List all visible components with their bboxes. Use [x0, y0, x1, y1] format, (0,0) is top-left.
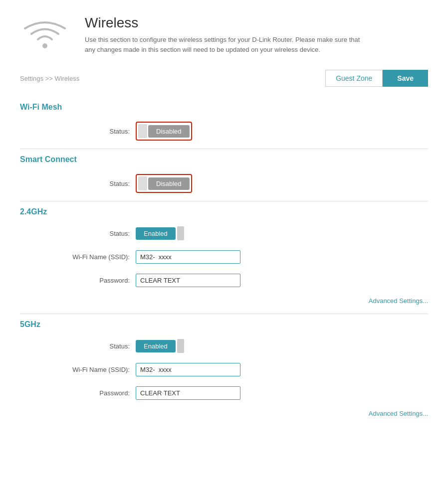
breadcrumb-bar: Settings >> Wireless Guest Zone Save [0, 65, 448, 92]
ghz24-status-button[interactable]: Enabled [136, 227, 176, 240]
smart-connect-toggle-container[interactable]: Disabled [136, 174, 192, 193]
ghz24-toggle-track [177, 226, 184, 240]
ghz5-advanced-link[interactable]: Advanced Settings... [369, 410, 428, 417]
header-text: Wireless Use this section to configure t… [85, 15, 364, 54]
ghz5-password-input[interactable] [136, 386, 240, 400]
ghz24-advanced-row: Advanced Settings... [20, 295, 428, 309]
ghz5-title: 5GHz [20, 314, 428, 337]
page-title: Wireless [85, 15, 364, 31]
smart-connect-section: Smart Connect Status: Disabled [20, 149, 428, 201]
ghz24-status-label: Status: [20, 230, 130, 237]
wifi-mesh-toggle-track [138, 124, 147, 138]
smart-connect-status-label: Status: [20, 180, 130, 187]
ghz24-ssid-input[interactable] [136, 250, 240, 264]
guest-zone-button[interactable]: Guest Zone [325, 70, 383, 87]
ghz5-status-label: Status: [20, 342, 130, 350]
ghz24-status-row: Status: Enabled [20, 224, 428, 242]
page-description: Use this section to configure the wirele… [85, 35, 364, 54]
wifi-mesh-title: Wi-Fi Mesh [20, 97, 428, 120]
ghz5-toggle-row[interactable]: Enabled [136, 339, 184, 353]
wifi-icon [20, 15, 70, 55]
ghz5-status-button[interactable]: Enabled [136, 340, 176, 352]
ghz5-ssid-label: Wi-Fi Name (SSID): [20, 366, 130, 373]
ghz5-password-label: Password: [20, 389, 130, 397]
page-header: Wireless Use this section to configure t… [0, 0, 448, 65]
ghz24-advanced-link[interactable]: Advanced Settings... [369, 297, 428, 305]
toolbar-buttons: Guest Zone Save [325, 70, 428, 87]
wifi-mesh-status-row: Status: Disabled [20, 120, 428, 143]
smart-connect-title: Smart Connect [20, 149, 428, 172]
ghz5-section: 5GHz Status: Enabled Wi-Fi Name (SSID): … [20, 314, 428, 421]
ghz5-status-row: Status: Enabled [20, 337, 428, 355]
ghz24-ssid-row: Wi-Fi Name (SSID): [20, 248, 428, 266]
smart-connect-status-button[interactable]: Disabled [148, 177, 190, 190]
ghz5-password-row: Password: [20, 384, 428, 402]
wifi-mesh-status-button[interactable]: Disabled [148, 125, 190, 138]
ghz24-ssid-label: Wi-Fi Name (SSID): [20, 253, 130, 261]
svg-point-0 [42, 43, 47, 48]
ghz5-toggle-track [177, 339, 184, 353]
smart-connect-toggle-track [138, 176, 147, 190]
ghz24-toggle-row[interactable]: Enabled [136, 226, 184, 240]
ghz5-ssid-row: Wi-Fi Name (SSID): [20, 361, 428, 378]
ghz24-password-label: Password: [20, 277, 130, 284]
ghz5-ssid-input[interactable] [136, 363, 240, 376]
wifi-mesh-section: Wi-Fi Mesh Status: Disabled [20, 97, 428, 149]
wifi-mesh-status-label: Status: [20, 128, 130, 135]
breadcrumb: Settings >> Wireless [20, 75, 79, 82]
ghz24-password-row: Password: [20, 272, 428, 289]
smart-connect-status-row: Status: Disabled [20, 172, 428, 195]
ghz24-password-input[interactable] [136, 274, 240, 287]
ghz5-advanced-row: Advanced Settings... [20, 408, 428, 421]
save-button[interactable]: Save [383, 70, 428, 87]
main-content: Wi-Fi Mesh Status: Disabled Smart Connec… [0, 97, 448, 421]
wifi-mesh-toggle-container[interactable]: Disabled [136, 122, 192, 141]
ghz24-section: 2.4GHz Status: Enabled Wi-Fi Name (SSID)… [20, 201, 428, 314]
ghz24-title: 2.4GHz [20, 201, 428, 224]
